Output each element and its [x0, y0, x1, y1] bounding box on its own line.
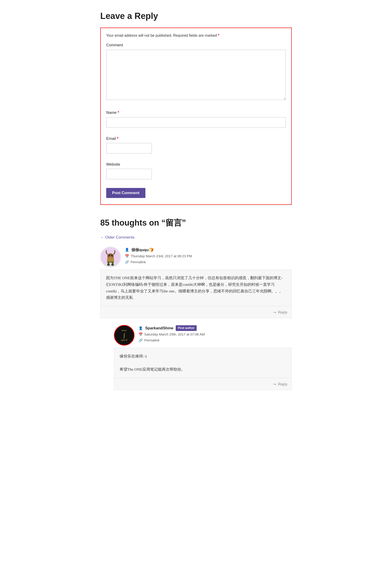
required-star: * [218, 34, 219, 37]
reply-button-2[interactable]: ↪ Reply [273, 382, 288, 386]
reply-arrow-icon-2: ↪ [273, 382, 276, 386]
thoughts-title: 85 thoughts on “留言” [100, 216, 292, 229]
comment-date-2: 📅 Saturday March 25th, 2017 at 07:06 AM [138, 332, 292, 337]
comment-text-1: 因为THE ONE前来这个网站学习，虽然只浏览了几十分钟，但总有似曾相识的感觉，… [106, 275, 286, 301]
svg-point-3 [108, 255, 110, 256]
date-text-2: Saturday March 25th, 2017 at 07:06 AM [144, 332, 205, 337]
person-icon-1: 👤 [125, 247, 129, 252]
comment-date-1: 📅 Thursday March 23rd, 2017 at 08:23 PM [125, 253, 292, 259]
email-label: Email * [106, 135, 286, 142]
author-name-1: 徐徐ququ🍞 [132, 247, 154, 253]
comment-form-wrapper: Your email address will not be published… [100, 28, 292, 205]
comment-meta-1: 👤 徐徐ququ🍞 📅 Thursday March 23rd, 2017 at… [125, 247, 292, 265]
avatar-spark-inner: hine ∫ spark [121, 329, 128, 342]
comment-text-2b: 希望The ONE应用笔记能再次帮助你。 [120, 366, 286, 373]
commenter-name-1: 👤 徐徐ququ🍞 [125, 247, 292, 253]
comment-field-group: Comment [106, 42, 286, 106]
date-text-1: Thursday March 23rd, 2017 at 08:23 PM [130, 253, 192, 259]
avatar-integral: ∫ [121, 332, 128, 339]
reply-link-2: ↪ Reply [114, 378, 292, 390]
person-icon-2: 👤 [138, 326, 143, 331]
reply-text-2: Reply [278, 382, 288, 386]
svg-point-7 [111, 257, 112, 257]
calendar-icon-1: 📅 [125, 253, 129, 259]
calendar-icon-2: 📅 [138, 332, 143, 337]
post-author-badge: Post author [176, 325, 197, 331]
name-required-star: * [118, 110, 119, 115]
comment-header-1: 👤 徐徐ququ🍞 📅 Thursday March 23rd, 2017 at… [100, 247, 292, 267]
email-input[interactable] [106, 143, 152, 153]
older-comments-link[interactable]: ← Older Comments [100, 234, 134, 240]
comment-block-2: hine ∫ spark 👤 SparkandShine Post author… [114, 325, 292, 390]
form-notice-text: Your email address will not be published… [106, 34, 217, 37]
comment-header-2: hine ∫ spark 👤 SparkandShine Post author… [114, 325, 292, 346]
svg-point-4 [111, 255, 112, 256]
email-required-star: * [117, 136, 118, 141]
form-notice: Your email address will not be published… [106, 33, 286, 39]
reply-link-1: ↪ Reply [100, 306, 292, 318]
avatar-line-1: hine [121, 329, 128, 332]
svg-rect-12 [107, 257, 114, 262]
avatar-line-2: spark [121, 339, 128, 342]
comment-meta-2: 👤 SparkandShine Post author 📅 Saturday M… [138, 325, 292, 343]
comment-permalink-1: 🔗 Permalink [125, 259, 292, 265]
leave-reply-title: Leave a Reply [100, 9, 292, 23]
avatar-2: hine ∫ spark [114, 325, 134, 346]
comment-text-2a: 缘份实在难得:-) [120, 353, 286, 360]
comment-permalink-2: 🔗 Permalink [138, 338, 292, 343]
reply-arrow-icon-1: ↪ [273, 311, 276, 314]
permalink-link-1[interactable]: Permalink [130, 259, 146, 265]
svg-point-6 [110, 257, 110, 257]
comment-body-2: 缘份实在难得:-) 希望The ONE应用笔记能再次帮助你。 [114, 348, 292, 378]
comment-textarea[interactable] [106, 50, 286, 100]
post-comment-button[interactable]: Post Comment [106, 188, 146, 198]
website-field-group: Website [106, 161, 286, 184]
permalink-link-2[interactable]: Permalink [144, 338, 160, 343]
website-input[interactable] [106, 169, 152, 179]
reply-button-1[interactable]: ↪ Reply [273, 311, 288, 314]
name-label: Name * [106, 110, 286, 116]
comment-block-1: 👤 徐徐ququ🍞 📅 Thursday March 23rd, 2017 at… [100, 247, 292, 318]
reply-text-1: Reply [278, 311, 288, 314]
name-input[interactable] [106, 117, 286, 128]
commenter-name-2: 👤 SparkandShine Post author [138, 325, 292, 331]
email-field-group: Email * [106, 135, 286, 158]
svg-point-11 [111, 264, 114, 266]
comment-body-1: 因为THE ONE前来这个网站学习，虽然只浏览了几十分钟，但总有似曾相识的感觉，… [100, 269, 292, 307]
name-field-group: Name * [106, 110, 286, 132]
website-label: Website [106, 161, 286, 167]
comment-label: Comment [106, 42, 286, 48]
avatar-1 [100, 247, 121, 267]
link-icon-1: 🔗 [125, 259, 129, 265]
link-icon-2: 🔗 [138, 338, 143, 343]
bull-avatar-svg [102, 248, 120, 266]
svg-point-10 [107, 264, 110, 266]
author-name-2: SparkandShine [145, 325, 174, 331]
